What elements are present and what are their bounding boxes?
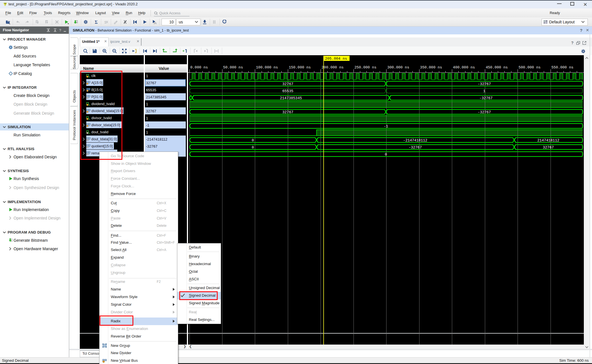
svg-text:550.000 ns: 550.000 ns: [551, 65, 573, 70]
svg-text:-1: -1: [384, 124, 388, 128]
svg-text:Σ: Σ: [95, 20, 98, 24]
svg-text:0: 0: [252, 138, 254, 143]
svg-text:01: 01: [11, 238, 13, 240]
svg-text:-32767: -32767: [478, 82, 491, 86]
svg-text:Objects: Objects: [72, 90, 76, 103]
svg-text:450.000 ns: 450.000 ns: [486, 65, 508, 70]
svg-text:65535: 65535: [282, 89, 293, 93]
svg-text:10: 10: [11, 240, 13, 242]
svg-text:100.000 ns: 100.000 ns: [256, 65, 278, 70]
svg-text:-32767: -32767: [478, 110, 491, 114]
svg-text:32767: 32767: [282, 110, 293, 114]
svg-text:250.000 ns: 250.000 ns: [354, 65, 376, 70]
svg-text:1: 1: [483, 89, 485, 93]
svg-text:32767: 32767: [282, 82, 293, 86]
svg-text:Scope: Scope: [72, 45, 76, 55]
svg-text:32767: 32767: [543, 145, 554, 150]
svg-text:10: 10: [76, 22, 78, 23]
svg-text:+: +: [182, 49, 185, 53]
svg-text:200.000 ns: 200.000 ns: [322, 65, 344, 70]
svg-text:-2147418112: -2147418112: [403, 138, 427, 143]
svg-text:2147418112: 2147418112: [537, 138, 559, 143]
svg-text:350.000 ns: 350.000 ns: [420, 65, 442, 70]
svg-text:300.000 ns: 300.000 ns: [387, 65, 409, 70]
svg-text:400.000 ns: 400.000 ns: [453, 65, 475, 70]
svg-text:-32767: -32767: [480, 96, 493, 100]
svg-text:0.000 ns: 0.000 ns: [190, 65, 208, 70]
svg-text:0: 0: [252, 145, 254, 150]
svg-text:-32767: -32767: [409, 145, 422, 150]
svg-text:?: ?: [59, 28, 61, 32]
svg-text:150.000 ns: 150.000 ns: [289, 65, 311, 70]
svg-text:205.004 ns: 205.004 ns: [325, 57, 347, 61]
svg-text:Σ: Σ: [104, 20, 107, 24]
svg-text:(T): (T): [154, 22, 156, 24]
svg-text:Sources: Sources: [72, 56, 76, 69]
svg-text:Protocol Instances: Protocol Instances: [72, 110, 76, 140]
svg-text:0: 0: [385, 152, 387, 157]
svg-text:500.000 ns: 500.000 ns: [519, 65, 541, 70]
svg-text:2147385345: 2147385345: [280, 96, 302, 100]
svg-text:50.000 ns: 50.000 ns: [223, 65, 243, 70]
